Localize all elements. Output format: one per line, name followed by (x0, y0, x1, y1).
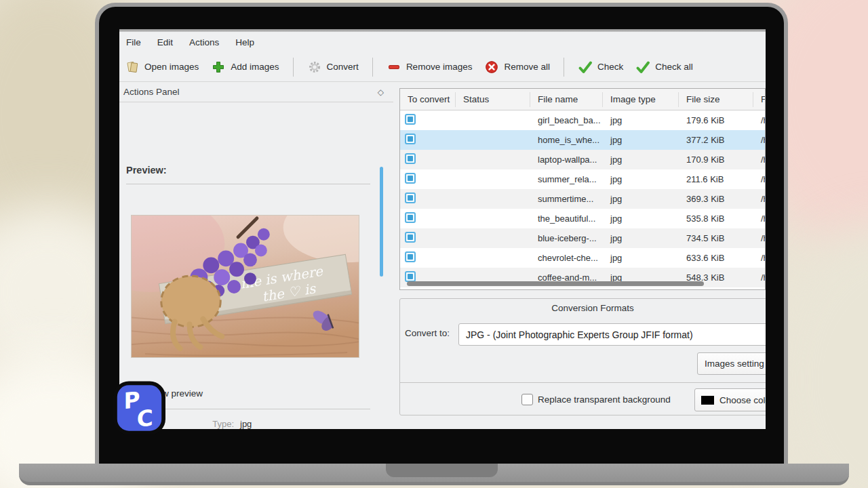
check-all-icon (635, 60, 650, 74)
toolbar-button-label: Check (597, 62, 623, 72)
color-swatch (701, 396, 714, 405)
cell-file-name: summer_rela... (530, 174, 603, 184)
actions-panel-header: Actions Panel ◇ (119, 82, 393, 102)
panel-float-icon[interactable]: ◇ (378, 87, 384, 97)
cell-file-size: 377.2 KiB (679, 135, 753, 145)
cell-file-size: 535.8 KiB (679, 214, 753, 224)
cell-image-type: jpg (603, 115, 679, 125)
column-header-image-type[interactable]: Image type (603, 92, 679, 107)
toolbar-add-images-button[interactable]: Add images (211, 60, 279, 74)
toolbar-button-label: Add images (231, 62, 279, 72)
remove-all-icon (484, 60, 499, 74)
column-header-file-name[interactable]: File name (530, 92, 603, 107)
preview-image: me is where the ♡ is (131, 215, 359, 358)
cell-file-name: laptop-wallpa... (530, 155, 603, 165)
file-table: To convertStatusFile nameImage typeFile … (399, 88, 766, 290)
app-window: FileEditActionsHelp Open imagesAdd image… (119, 29, 766, 429)
cell-file-size: 211.6 KiB (679, 174, 753, 184)
cell-image-type: jpg (603, 253, 679, 263)
cell-file-size: 179.6 KiB (679, 115, 753, 125)
divider (126, 184, 370, 184)
toolbar-check-button[interactable]: Check (578, 60, 623, 74)
toolbar-separator (564, 58, 564, 77)
row-checkbox-checked-icon[interactable] (405, 153, 416, 164)
cell-image-type: jpg (603, 174, 679, 184)
column-header-status[interactable]: Status (456, 92, 530, 107)
row-checkbox-checked-icon[interactable] (405, 173, 416, 184)
cell-file-name: girl_beach_ba... (530, 115, 603, 125)
cell-file-name: summertime... (530, 194, 603, 204)
menu-item-help[interactable]: Help (235, 37, 254, 47)
cell-file-size: 170.9 KiB (679, 155, 753, 165)
column-header-fi[interactable]: Fi (753, 92, 766, 107)
info-value: jpg (240, 419, 252, 429)
cell-file-name: home_is_whe... (530, 135, 603, 145)
toolbar-remove-images-button[interactable]: Remove images (387, 60, 473, 74)
table-row[interactable]: home_is_whe...jpg377.2 KiB/h (400, 130, 765, 150)
app-logo: P C (113, 381, 165, 435)
cell-file-size: 633.6 KiB (679, 253, 753, 263)
row-checkbox-checked-icon[interactable] (405, 251, 416, 262)
row-checkbox-checked-icon[interactable] (405, 134, 416, 144)
toolbar-convert-button[interactable]: Convert (307, 60, 359, 74)
cell-image-type: jpg (603, 233, 679, 243)
toolbar-button-label: Open images (144, 62, 199, 72)
toolbar-open-images-button[interactable]: Open images (125, 60, 199, 74)
column-header-file-size[interactable]: File size (679, 92, 753, 107)
menu-item-file[interactable]: File (126, 37, 141, 47)
laptop-base-notch (386, 464, 498, 477)
cell-file-path: /h (753, 272, 766, 283)
row-checkbox-checked-icon[interactable] (405, 232, 416, 243)
cell-to-convert (400, 192, 456, 205)
replace-transparent-checkbox[interactable] (521, 394, 533, 405)
cell-to-convert (400, 114, 456, 127)
logo-letter-c: C (137, 405, 153, 432)
toolbar: Open imagesAdd imagesConvertRemove image… (119, 52, 766, 82)
cell-to-convert (400, 173, 456, 186)
menu-item-actions[interactable]: Actions (189, 37, 219, 47)
toolbar-check-all-button[interactable]: Check all (635, 60, 693, 74)
format-dropdown[interactable]: JPG - (Joint Photographic Experts Group … (458, 323, 766, 346)
panel-scrollbar[interactable] (380, 167, 383, 277)
add-images-icon (211, 60, 226, 74)
cell-image-type: jpg (603, 135, 679, 145)
table-body: girl_beach_ba...jpg179.6 KiB/hhome_is_wh… (400, 110, 765, 287)
cell-file-path: /h (753, 214, 766, 224)
menu-item-edit[interactable]: Edit (157, 37, 173, 47)
cell-file-path: /h (753, 135, 766, 145)
table-row[interactable]: summertime...jpg369.3 KiB/h (400, 189, 765, 209)
table-row[interactable]: chevrolet-che...jpg633.6 KiB/h (400, 248, 765, 268)
cell-image-type: jpg (603, 214, 679, 224)
cell-file-size: 734.5 KiB (679, 233, 753, 243)
menu-bar: FileEditActionsHelp (119, 32, 766, 52)
table-row[interactable]: summer_rela...jpg211.6 KiB/h (400, 169, 765, 189)
table-row[interactable]: laptop-wallpa...jpg170.9 KiB/h (400, 150, 765, 169)
table-row[interactable]: the_beautiful...jpg535.8 KiB/h (400, 209, 765, 228)
toolbar-button-label: Convert (327, 62, 359, 72)
check-icon (578, 60, 593, 74)
row-checkbox-checked-icon[interactable] (405, 212, 416, 223)
cell-file-path: /h (753, 155, 766, 165)
table-row[interactable]: blue-iceberg-...jpg734.5 KiB/h (400, 228, 765, 248)
column-header-to-convert[interactable]: To convert (400, 92, 456, 107)
cell-to-convert (400, 153, 456, 166)
cell-to-convert (400, 232, 456, 245)
row-checkbox-checked-icon[interactable] (405, 114, 416, 125)
format-dropdown-value: JPG - (Joint Photographic Experts Group … (466, 329, 693, 340)
open-images-icon (125, 60, 140, 74)
cell-to-convert (400, 134, 456, 146)
cell-file-path: /h (753, 115, 766, 125)
actions-panel-title: Actions Panel (123, 87, 180, 97)
table-horizontal-scrollbar[interactable] (407, 281, 704, 286)
toolbar-separator (293, 58, 294, 77)
toolbar-remove-all-button[interactable]: Remove all (484, 60, 550, 74)
cell-image-type: jpg (603, 155, 679, 165)
row-checkbox-checked-icon[interactable] (405, 192, 416, 203)
choose-color-button[interactable]: Choose colo (694, 388, 766, 411)
row-checkbox-checked-icon[interactable] (405, 271, 416, 282)
images-settings-button[interactable]: Images setting (697, 352, 766, 375)
table-row[interactable]: girl_beach_ba...jpg179.6 KiB/h (400, 110, 765, 130)
cell-file-path: /h (753, 174, 766, 184)
laptop-base (19, 464, 849, 485)
cell-to-convert (400, 212, 456, 225)
